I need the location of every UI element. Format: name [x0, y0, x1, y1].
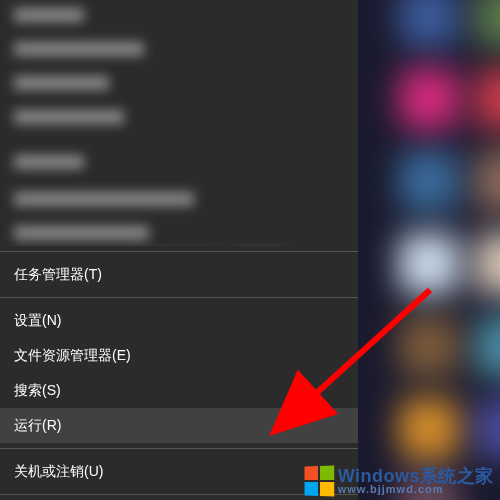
- logo-quad-tr: [320, 466, 334, 480]
- menu-item-file-explorer[interactable]: 文件资源管理器(E): [0, 338, 358, 373]
- windows-logo-icon: [304, 466, 334, 497]
- menu-label: 关机或注销(U): [14, 463, 103, 481]
- menu-label: 任务管理器(T): [14, 266, 102, 284]
- menu-item-run[interactable]: 运行(R): [0, 408, 358, 443]
- menu-visible-items: 任务管理器(T) 设置(N) 文件资源管理器(E) 搜索(S) 运行(R) 关机…: [0, 246, 358, 500]
- watermark-url: www.bjjmwd.com: [338, 483, 444, 495]
- menu-item-task-manager[interactable]: 任务管理器(T): [0, 257, 358, 292]
- menu-label: 设置(N): [14, 312, 61, 330]
- watermark: Windows系统之家 www.bjjmwd.com: [304, 466, 494, 496]
- menu-blurred-upper: [0, 0, 358, 246]
- winx-context-menu: 任务管理器(T) 设置(N) 文件资源管理器(E) 搜索(S) 运行(R) 关机…: [0, 0, 358, 500]
- menu-separator: [0, 297, 358, 298]
- menu-separator: [0, 251, 358, 252]
- menu-item-search[interactable]: 搜索(S): [0, 373, 358, 408]
- menu-label: 运行(R): [14, 417, 61, 435]
- menu-label: 文件资源管理器(E): [14, 347, 131, 365]
- logo-quad-tl: [304, 466, 317, 480]
- menu-separator: [0, 448, 358, 449]
- menu-item-settings[interactable]: 设置(N): [0, 303, 358, 338]
- logo-quad-bl: [304, 482, 317, 496]
- menu-label: 搜索(S): [14, 382, 61, 400]
- logo-quad-br: [320, 482, 334, 496]
